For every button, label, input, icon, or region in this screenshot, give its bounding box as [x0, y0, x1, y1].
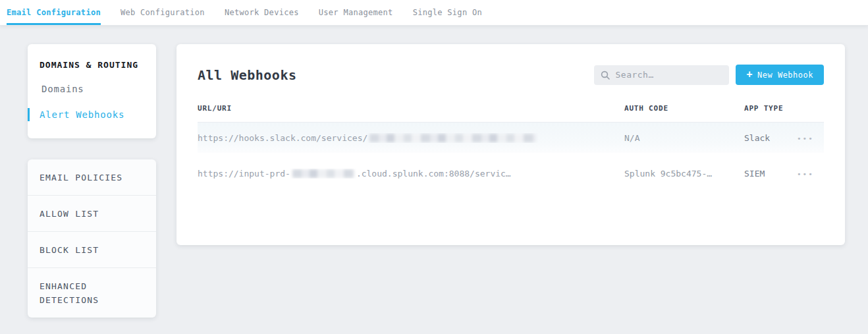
tab-user-management[interactable]: User Management: [319, 0, 393, 25]
sidebar-item-allow-list[interactable]: ALLOW LIST: [28, 196, 156, 232]
tab-single-sign-on[interactable]: Single Sign On: [413, 0, 482, 25]
tab-email-configuration[interactable]: Email Configuration: [7, 0, 101, 25]
sidebar-item-alert-webhooks[interactable]: Alert Webhooks: [28, 108, 156, 121]
more-options-icon[interactable]: •••: [796, 168, 815, 181]
search-icon: [601, 70, 610, 80]
search-box: [594, 65, 729, 85]
column-header-app-type: APP TYPE: [744, 104, 796, 113]
column-header-auth-code: AUTH CODE: [624, 104, 744, 113]
webhook-auth-code: Splunk 9c5bc475-…: [624, 169, 744, 179]
url-text: https://hooks.slack.com/services/: [198, 133, 367, 143]
sidebar-item-block-list[interactable]: BLOCK LIST: [28, 232, 156, 268]
more-options-icon[interactable]: •••: [796, 132, 815, 145]
tab-network-devices[interactable]: Network Devices: [225, 0, 299, 25]
webhook-app-type: Slack: [744, 133, 796, 143]
url-text-suffix: .cloud.splunk.com:8088/servic…: [356, 169, 511, 179]
content-area: DOMAINS & ROUTING Domains Alert Webhooks…: [0, 26, 868, 318]
panel-header: All Webhooks + New Webhook: [198, 65, 824, 85]
policies-card: EMAIL POLICIES ALLOW LIST BLOCK LIST ENH…: [28, 159, 156, 318]
domains-routing-title: DOMAINS & ROUTING: [28, 60, 156, 70]
webhook-url: https://hooks.slack.com/services/: [198, 133, 624, 143]
redacted-url-segment: [292, 169, 354, 178]
domains-routing-card: DOMAINS & ROUTING Domains Alert Webhooks: [28, 44, 156, 138]
table-row: https://hooks.slack.com/services/ N/A Sl…: [198, 123, 824, 153]
new-webhook-button[interactable]: + New Webhook: [736, 65, 824, 85]
page-title: All Webhooks: [198, 67, 297, 83]
sidebar: DOMAINS & ROUTING Domains Alert Webhooks…: [28, 44, 156, 318]
webhook-auth-code: N/A: [624, 133, 744, 143]
search-input[interactable]: [615, 70, 722, 80]
webhooks-table: URL/URI AUTH CODE APP TYPE https://hooks…: [198, 104, 824, 194]
sidebar-item-email-policies[interactable]: EMAIL POLICIES: [28, 159, 156, 196]
table-row: https://input-prd- .cloud.splunk.com:808…: [198, 153, 824, 194]
table-header-row: URL/URI AUTH CODE APP TYPE: [198, 104, 824, 123]
redacted-url-segment: [369, 134, 536, 142]
sidebar-item-enhanced-detections[interactable]: ENHANCED DETECTIONS: [28, 268, 156, 318]
webhook-url: https://input-prd- .cloud.splunk.com:808…: [198, 169, 624, 179]
tab-web-configuration[interactable]: Web Configuration: [121, 0, 205, 25]
column-header-url: URL/URI: [198, 104, 624, 113]
webhooks-panel: All Webhooks + New Webhook URL/URI AUTH …: [176, 44, 845, 245]
plus-icon: +: [746, 70, 753, 80]
top-navigation: Email Configuration Web Configuration Ne…: [0, 0, 868, 26]
sidebar-item-domains[interactable]: Domains: [28, 82, 156, 96]
webhook-app-type: SIEM: [744, 169, 796, 179]
row-actions: •••: [796, 131, 824, 145]
row-actions: •••: [796, 167, 824, 181]
new-webhook-label: New Webhook: [757, 70, 813, 80]
url-text: https://input-prd-: [198, 169, 290, 179]
